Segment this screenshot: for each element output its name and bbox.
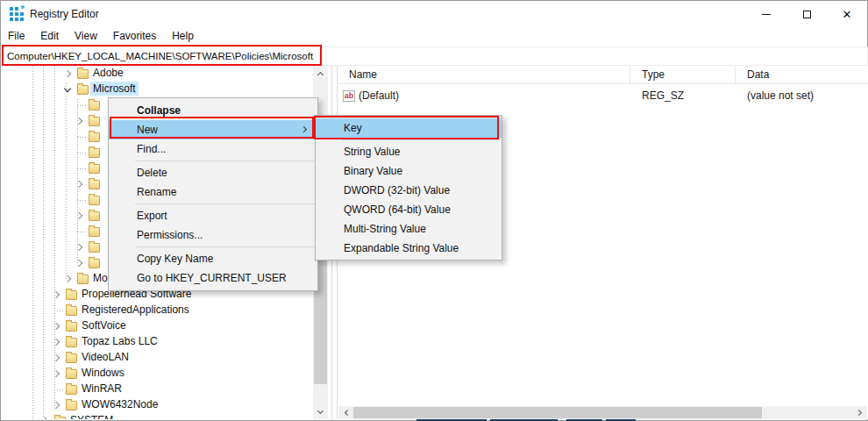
tree-item-label: SoftVoice [79,318,129,332]
registry-editor-window: Registry Editor ✕ FileEditViewFavoritesH… [0,0,868,421]
list-header: Name Type Data [338,66,868,84]
submenu-item-qword-64-bit-value[interactable]: QWORD (64-bit) Value [316,200,502,219]
menu-separator [135,246,316,247]
chevron-right-icon[interactable] [53,370,60,377]
menu-bar: FileEditViewFavoritesHelp [1,27,867,46]
tree-item-wow6432node[interactable]: WOW6432Node [2,397,314,413]
menu-separator [342,139,500,140]
maximize-button[interactable] [786,1,827,27]
tree-item-microsoft[interactable]: Microsoft [2,82,314,97]
close-button[interactable]: ✕ [827,1,867,27]
column-header-name[interactable]: Name [338,66,630,83]
scroll-left-button[interactable] [338,406,353,419]
menubar-item-file[interactable]: File [1,27,32,46]
folder-icon [89,164,100,174]
tree-item-softvoice[interactable]: SoftVoice [2,318,314,334]
tree-connector [54,310,65,311]
menu-separator [135,161,316,161]
tree-connector [54,389,65,390]
folder-icon [89,117,100,126]
scroll-right-button[interactable] [852,406,867,419]
context-menu-item-export[interactable]: Export [109,206,317,225]
submenu-item-multi-string-value[interactable]: Multi-String Value [316,219,502,239]
folder-icon [54,417,66,419]
folder-icon [89,259,100,268]
close-icon: ✕ [843,8,852,21]
folder-icon [89,243,100,253]
chevron-right-icon[interactable] [53,323,60,330]
context-menu-item-delete[interactable]: Delete [109,163,317,182]
menubar-item-view[interactable]: View [67,27,105,46]
chevron-left-icon [344,410,350,416]
submenu-item-expandable-string-value[interactable]: Expandable String Value [316,239,502,258]
context-menu-item-copy-key-name[interactable]: Copy Key Name [109,249,317,268]
chevron-right-icon [855,410,861,416]
scrollbar-thumb[interactable] [353,407,762,418]
menubar-item-edit[interactable]: Edit [32,27,67,46]
menubar-item-help[interactable]: Help [164,27,202,46]
chevron-right-icon[interactable] [53,291,60,298]
minimize-icon [762,14,771,15]
submenu-item-dword-32-bit-value[interactable]: DWORD (32-bit) Value [316,181,502,200]
chevron-right-icon[interactable] [75,212,82,219]
folder-icon [77,85,89,95]
chevron-right-icon[interactable] [41,417,48,419]
tree-item-label: SYSTEM [68,413,116,419]
tree-item-topaz-labs-llc[interactable]: Topaz Labs LLC [2,334,314,350]
chevron-down-icon [317,407,324,413]
chevron-right-icon[interactable] [75,181,82,188]
column-header-data[interactable]: Data [736,66,868,83]
string-value-icon: ab [343,90,355,102]
chevron-right-icon[interactable] [75,118,82,125]
value-row[interactable]: ab (Default) REG_SZ (value not set) [338,88,868,103]
folder-icon [89,227,100,237]
folder-icon [77,69,89,79]
folder-icon [66,322,77,332]
folder-icon [89,132,100,142]
column-header-type[interactable]: Type [630,66,736,83]
tree-connector [77,200,88,201]
window-title: Registry Editor [30,8,99,20]
minimize-button[interactable] [746,1,786,27]
maximize-icon [803,11,811,18]
values-horizontal-scrollbar[interactable] [338,406,867,419]
scroll-down-button[interactable] [313,404,328,419]
tree-item-windows[interactable]: Windows [2,366,314,382]
scroll-up-button[interactable] [313,66,328,81]
context-menu-item-go-to-hkey-current-user[interactable]: Go to HKEY_CURRENT_USER [109,268,317,288]
submenu-item-string-value[interactable]: String Value [316,142,502,161]
tree-connector [77,137,88,138]
folder-icon [66,385,77,395]
submenu-item-binary-value[interactable]: Binary Value [316,161,502,181]
context-menu-item-rename[interactable]: Rename [109,182,317,202]
folder-icon [66,338,77,347]
context-menu-item-permissions-[interactable]: Permissions... [109,225,317,245]
value-name: (Default) [359,89,399,102]
chevron-right-icon[interactable] [75,244,82,251]
tree-item-videolan[interactable]: VideoLAN [2,350,314,366]
folder-icon [89,196,100,205]
chevron-right-icon[interactable] [53,354,60,361]
registry-editor-icon [10,7,24,21]
tree-item-label: Topaz Labs LLC [79,334,160,348]
tree-item-system[interactable]: SYSTEM [2,413,314,419]
tree-item-adobe[interactable]: Adobe [2,66,314,82]
folder-icon [89,101,100,111]
context-menu-item-find-[interactable]: Find... [109,139,317,159]
tree-connector [77,105,88,106]
folder-icon [89,180,100,189]
chevron-right-icon[interactable] [64,275,71,282]
chevron-down-icon[interactable] [64,85,71,92]
chevron-right-icon[interactable] [53,402,60,409]
chevron-right-icon[interactable] [53,339,60,346]
menubar-item-favorites[interactable]: Favorites [105,27,164,46]
folder-icon [66,401,77,410]
chevron-right-icon[interactable] [64,70,71,77]
tree-item-winrar[interactable]: WinRAR [2,382,314,397]
tree-item-registeredapplications[interactable]: RegisteredApplications [2,303,314,318]
tree-item-label: WOW6432Node [79,397,160,411]
chevron-right-icon[interactable] [75,260,82,267]
tree-item-label: Windows [79,366,127,380]
annotation-box-address [2,45,322,66]
folder-icon [66,306,77,316]
